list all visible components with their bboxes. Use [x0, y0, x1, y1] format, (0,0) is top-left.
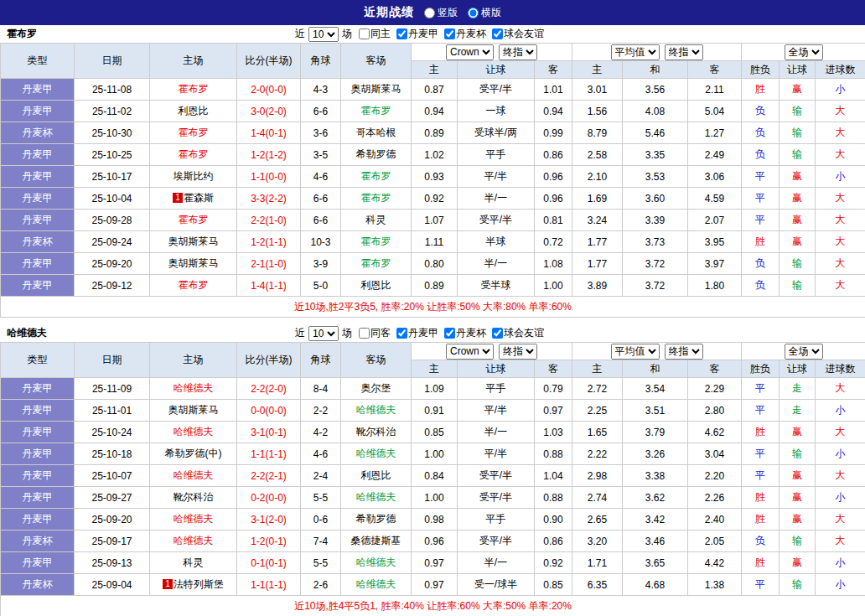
score-cell: 1-1(1-1)	[237, 574, 301, 596]
ah-line: 受平/半	[458, 210, 535, 231]
match-row: 丹麦甲25-09-20哈维德夫3-1(2-0)0-6希勒罗德0.98平手0.90…	[1, 509, 865, 531]
ah-line: 平手	[458, 378, 535, 400]
filter-checkbox[interactable]	[359, 328, 370, 339]
score-cell: 2-1(1-0)	[237, 253, 301, 275]
games-count-select[interactable]: 10	[308, 326, 339, 341]
match-row: 丹麦甲25-11-08霍布罗2-0(0-0)4-3奥胡斯莱马0.87受平/半1.…	[1, 79, 865, 101]
filter-checkbox[interactable]	[444, 328, 455, 339]
euro-odds-source-select[interactable]: 终指	[665, 44, 703, 60]
match-row: 丹麦甲25-10-07哈维德夫2-2(2-1)2-4利恩比0.84受平/半1.0…	[1, 465, 865, 487]
layout-radio[interactable]	[468, 8, 479, 18]
eu-draw-odds: 3.26	[623, 443, 688, 465]
home-team-cell: 霍布罗	[150, 144, 237, 166]
summary-text: 近10场,胜4平5负1, 胜率:40% 让胜率:60% 大率:50% 单率:20…	[1, 596, 865, 616]
sub-header: 客	[535, 61, 572, 79]
sub-header: 主	[412, 61, 458, 79]
ah-away-odds: 1.03	[535, 422, 572, 443]
asian-odds-source-select[interactable]: Crown	[446, 44, 494, 60]
home-team-name: 霍布罗	[179, 127, 209, 138]
scope-select[interactable]: 全场	[785, 44, 823, 60]
handicap-result-cell: 赢	[780, 79, 816, 101]
eu-home-odds: 1.71	[572, 552, 623, 574]
layout-radio[interactable]	[424, 8, 435, 18]
eu-away-odds: 2.07	[688, 210, 742, 231]
euro-odds-source-select[interactable]: 终指	[665, 344, 703, 360]
ah-home-odds: 0.84	[412, 465, 458, 487]
away-team-cell: 靴尔科治	[341, 422, 412, 443]
match-row: 丹麦杯25-09-041法特列斯堡1-1(1-1)2-6哈维德夫0.97受一/球…	[1, 574, 865, 596]
ah-home-odds: 0.87	[412, 79, 458, 101]
filter-checkbox[interactable]	[444, 28, 455, 39]
match-row: 丹麦杯25-10-30霍布罗1-4(0-1)3-6哥本哈根0.89受球半/两0.…	[1, 122, 865, 144]
goals-result-cell: 大	[816, 122, 865, 144]
result-cell: 平	[742, 188, 780, 210]
away-team-name: 哈维德夫	[356, 404, 396, 416]
away-team-cell: 霍布罗	[341, 101, 412, 122]
corner-cell: 4-2	[301, 422, 341, 443]
matches-table: 类型 日期 主场 比分(半场) 角球 客场 Crown终指 平均值终指 全场 主…	[0, 342, 865, 616]
home-team-cell: 哈维德夫	[150, 465, 237, 487]
sub-header: 让球	[780, 360, 816, 378]
score-cell: 3-1(0-1)	[237, 422, 301, 443]
filter-option-label: 同主	[370, 27, 391, 41]
away-team-name: 奥尔堡	[361, 382, 391, 394]
ah-home-odds: 1.00	[412, 487, 458, 509]
team-recent-section: 哈维德夫 近 10 场 同客丹麦甲丹麦杯球会友谊 类型 日期 主场 比分(半	[0, 324, 865, 616]
score-cell: 0-2(0-0)	[237, 487, 301, 509]
scope-filter-cell: 全场	[742, 44, 865, 61]
asian-odds-source-select[interactable]: 终指	[499, 344, 537, 360]
filter-checkbox[interactable]	[396, 28, 407, 39]
eu-home-odds: 2.98	[572, 465, 623, 487]
ah-line: 半球	[458, 231, 535, 253]
handicap-result-cell: 输	[780, 122, 816, 144]
result-cell: 平	[742, 400, 780, 422]
eu-draw-odds: 5.46	[623, 122, 688, 144]
filter-checkbox[interactable]	[359, 28, 370, 39]
away-team-cell: 哈维德夫	[341, 574, 412, 596]
match-row: 丹麦甲25-09-12霍布罗1-4(1-1)5-0利恩比0.89受半球1.003…	[1, 275, 865, 297]
sub-header: 和	[623, 360, 688, 378]
result-cell: 胜	[742, 509, 780, 531]
games-count-select[interactable]: 10	[308, 27, 339, 42]
eu-home-odds: 6.35	[572, 574, 623, 596]
corner-cell: 0-6	[301, 509, 341, 531]
col-header-type: 类型	[1, 44, 75, 79]
away-team-name: 哈维德夫	[356, 578, 396, 590]
eu-home-odds: 8.79	[572, 122, 623, 144]
score-cell: 2-2(2-1)	[237, 465, 301, 487]
asian-odds-filter-cell: Crown终指	[412, 343, 572, 360]
date-cell: 25-11-08	[75, 79, 150, 101]
home-team-cell: 哈维德夫	[150, 422, 237, 443]
ah-line: 受平/半	[458, 465, 535, 487]
sub-header: 让球	[458, 360, 535, 378]
goals-result-cell: 小	[816, 574, 865, 596]
score-cell: 0-1(0-1)	[237, 552, 301, 574]
result-cell: 胜	[742, 552, 780, 574]
home-team-name: 奥胡斯莱马	[168, 236, 219, 247]
goals-result-cell: 大	[816, 144, 865, 166]
handicap-result-cell: 赢	[780, 465, 816, 487]
away-team-cell: 哥本哈根	[341, 122, 412, 144]
filter-option-label: 同客	[370, 326, 391, 340]
euro-odds-source-select[interactable]: 平均值	[611, 44, 660, 60]
goals-result-cell: 大	[816, 465, 865, 487]
filter-checkbox[interactable]	[396, 328, 407, 339]
games-unit-label: 场	[342, 27, 352, 41]
filter-option: 球会友谊	[492, 326, 544, 340]
handicap-result-cell: 赢	[780, 422, 816, 443]
filter-option-label: 丹麦甲	[408, 326, 438, 340]
asian-odds-source-select[interactable]: 终指	[499, 44, 537, 60]
away-team-cell: 奥尔堡	[341, 378, 412, 400]
euro-odds-source-select[interactable]: 平均值	[611, 344, 660, 360]
ah-home-odds: 0.91	[412, 400, 458, 422]
filter-checkbox[interactable]	[492, 328, 503, 339]
asian-odds-source-select[interactable]: Crown	[446, 344, 494, 360]
ah-line: 平/半	[458, 400, 535, 422]
col-header-away: 客场	[341, 44, 412, 79]
goals-result-cell: 小	[816, 400, 865, 422]
col-header-date: 日期	[75, 44, 150, 79]
filter-checkbox[interactable]	[492, 28, 503, 39]
scope-select[interactable]: 全场	[785, 344, 823, 360]
result-cell: 负	[742, 531, 780, 552]
away-team-name: 桑德捷斯基	[351, 535, 401, 546]
